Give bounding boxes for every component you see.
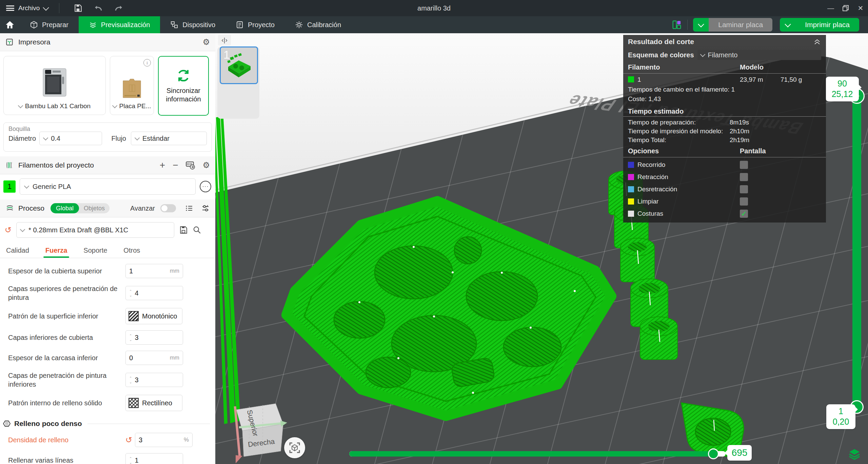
maximize-button[interactable] [838,0,853,16]
info-icon[interactable]: i [143,59,151,66]
home-button[interactable] [0,16,20,33]
param-row: Espesor de la carcasa inferior 0mm [0,348,215,368]
preset-select[interactable]: * 0.28mm Extra Draft @BBL X1C [16,222,174,238]
save-button[interactable] [72,2,84,14]
param-row: Patrón interno de relleno sólido Rectilí… [0,392,215,414]
save-icon [74,4,82,13]
redo-button[interactable] [113,2,124,14]
tab-previsualizacion[interactable]: Previsualización [79,16,160,33]
chevron-down-icon [698,21,704,27]
multiline-infill-spinner[interactable]: ⌃⌃ 1 [125,453,183,464]
sync-button[interactable]: Sincronizar información [158,56,209,116]
diameter-select[interactable]: 0.4 [39,132,102,145]
advanced-toggle[interactable] [160,204,176,212]
spinner-arrows-icon[interactable]: ⌃⌃ [129,290,132,297]
sync-refresh-icon [176,68,191,83]
search-icon[interactable] [193,226,201,234]
printer-settings-gear-icon[interactable]: ⚙ [202,38,210,46]
scope-global[interactable]: Global [51,203,79,213]
param-row: Capas superiores de penetración de pintu… [0,281,215,305]
slice-dropdown-button[interactable] [693,18,709,32]
step-slider-fill [349,451,714,457]
plates-manager-icon[interactable] [672,20,682,30]
flow-select[interactable]: Estándar [131,132,207,145]
top-shell-layers-spinner[interactable]: ⌃⌃ 4 [125,286,183,300]
tab-soporte[interactable]: Soporte [83,245,108,258]
tab-proyecto[interactable]: Proyecto [225,16,285,33]
calibration-gear-icon [295,21,303,29]
bottom-shell-thickness-input[interactable]: 0mm [125,351,183,365]
unretraction-checkbox[interactable] [740,185,748,193]
ams-sync-icon[interactable] [185,161,195,170]
filament-settings-gear-icon[interactable]: ⚙ [202,161,210,169]
file-menu[interactable]: Archivo [6,4,48,12]
step-slider[interactable] [349,451,726,457]
flow-value: Estándar [142,135,170,142]
sidebar-collapse-icon[interactable]: ‹|› [218,35,231,45]
plate-thumbnail[interactable]: 1 [220,46,258,84]
reset-value-icon[interactable]: ↻ [125,436,132,444]
retraction-checkbox[interactable] [740,173,748,181]
step-slider-handle[interactable] [708,448,719,459]
color-scheme-select[interactable]: Filamento [697,50,821,60]
prepare-icon [30,21,38,29]
preset-row: ↻ * 0.28mm Extra Draft @BBL X1C [0,217,215,241]
top-shell-thickness-input[interactable]: 1mm [125,264,183,278]
tab-preparar[interactable]: Preparar [20,16,79,33]
option-row: Desretracción [623,183,826,195]
maximize-icon [843,5,849,11]
slice-plate-button[interactable]: Laminar placa [709,18,772,32]
plate-card[interactable]: i Placa PE... [110,56,154,115]
filament-more-button[interactable]: ··· [200,181,211,192]
layer-slider[interactable] [852,96,861,406]
tab-otros[interactable]: Otros [123,245,141,258]
remove-filament-button[interactable]: − [173,160,178,171]
compare-settings-icon[interactable] [201,204,210,212]
spinner-arrows-icon[interactable]: ⌃⌃ [129,457,132,464]
tab-dispositivo[interactable]: Dispositivo [160,16,225,33]
print-dropdown-button[interactable] [780,18,795,32]
seams-checkbox[interactable]: ✓ [740,210,748,218]
nozzle-group-title: Boquilla [8,125,30,133]
tab-label: Calibración [307,21,341,29]
undo-button[interactable] [93,2,104,14]
minimize-button[interactable]: — [823,0,838,16]
spinner-arrows-icon[interactable]: ⌃⌃ [129,376,132,384]
bottom-shell-layers-spinner[interactable]: ⌃⌃ 3 [125,330,183,345]
save-preset-icon[interactable] [179,226,188,234]
bottom-paint-layers-spinner[interactable]: ⌃⌃ 3 [125,373,183,387]
infill-density-input[interactable]: 3% [135,433,193,447]
print-plate-button[interactable]: Imprimir placa [795,18,859,32]
printer-section-header: Impresora ⚙ [0,33,215,51]
param-row: Espesor de la cubierta superior 1mm [0,261,215,281]
tab-calidad[interactable]: Calidad [5,245,30,258]
print-split-button: Imprimir placa [780,18,859,32]
process-scope-toggle[interactable]: Global Objetos [51,203,110,213]
collapse-panel-button[interactable] [813,38,821,45]
sync-button-label: Sincronizar información [159,86,208,103]
filament-usage-row: 1 23,97 m 71,50 g [623,74,826,85]
chevron-down-icon [700,52,705,57]
internal-solid-pattern-select[interactable]: Rectilíneo [125,395,182,411]
fit-view-button[interactable] [284,437,305,458]
left-sidebar: Impresora ⚙ Bambu Lab X1 Carbon i [0,33,216,464]
tab-calibracion[interactable]: Calibración [285,16,351,33]
model-column-header: Modelo [740,63,821,71]
scope-objects[interactable]: Objetos [79,205,110,212]
filament-select[interactable]: Generic PLA [20,178,196,195]
close-button[interactable]: ✕ [853,0,868,16]
diameter-label: Diámetro [8,135,36,142]
spinner-arrows-icon[interactable]: ⌃⌃ [129,334,132,341]
bottom-surface-pattern-select[interactable]: Monotónico [125,308,182,324]
add-filament-button[interactable]: + [160,160,165,171]
settings-list-icon[interactable] [185,204,194,212]
tab-fuerza[interactable]: Fuerza [45,245,68,258]
reset-preset-icon[interactable]: ↻ [5,226,12,234]
travel-checkbox[interactable] [740,161,748,169]
wipe-checkbox[interactable] [740,197,748,206]
option-row: Retracción [623,171,826,183]
seams-color-swatch [628,211,634,217]
travel-color-swatch [628,162,634,168]
printer-card[interactable]: Bambu Lab X1 Carbon [3,56,106,115]
layers-mode-button[interactable] [847,446,862,462]
